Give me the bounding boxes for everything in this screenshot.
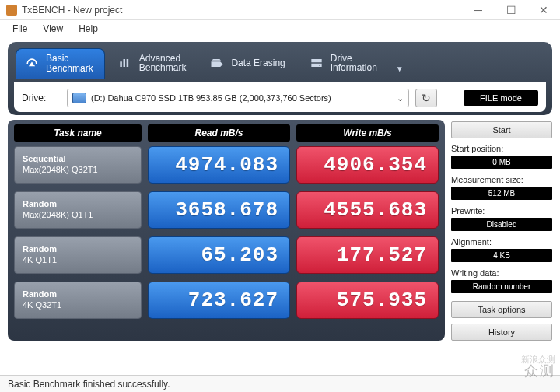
menu-file[interactable]: File [5,21,35,37]
menu-help[interactable]: Help [71,21,106,37]
result-row: Random4K Q1T1 65.203 177.527 [14,236,439,274]
start-position-value[interactable]: 0 MB [451,156,552,169]
tab-label: Basic [46,54,93,64]
chevron-down-icon: ⌄ [397,93,404,103]
tab-label: Benchmark [139,63,187,73]
measurement-size-label: Measurement size: [451,175,552,184]
close-button[interactable]: ✕ [527,0,560,20]
col-task-name: Task name [14,124,142,142]
writing-data-value[interactable]: Random number [451,280,552,293]
read-value: 723.627 [148,282,290,319]
read-value: 65.203 [148,236,290,274]
measurement-size-value[interactable]: 512 MB [451,187,552,200]
app-icon [6,5,17,16]
tab-drive-information[interactable]: DriveInformation [301,48,388,79]
erase-icon [209,55,225,71]
write-value: 4555.683 [296,191,439,229]
drive-label: Drive: [22,93,61,103]
task-name-cell[interactable]: RandomMax(2048K) Q1T1 [14,191,142,229]
task-options-button[interactable]: Task options [451,301,552,318]
window-title: TxBENCH - New project [22,5,122,16]
start-button[interactable]: Start [451,121,552,138]
prewrite-label: Prewrite: [451,206,552,215]
col-write: Write mB/s [296,124,439,142]
drive-row: Drive: (D:) Dahua C970 SSD 1TB 953.85 GB… [14,82,546,112]
writing-data-label: Writing data: [451,268,552,278]
status-text: Basic Benchmark finished successfully. [8,379,170,390]
results-panel: Task name Read mB/s Write mB/s Sequentia… [8,120,445,341]
drive-value: (D:) Dahua C970 SSD 1TB 953.85 GB (2,000… [91,93,392,103]
refresh-button[interactable]: ↻ [415,89,437,107]
alignment-label: Alignment: [451,237,552,247]
disk-icon [72,93,86,103]
task-name-cell[interactable]: Random4K Q1T1 [14,236,142,274]
task-name-cell[interactable]: SequentialMax(2048K) Q32T1 [14,146,142,184]
tab-basic-benchmark[interactable]: BasicBenchmark [16,48,105,79]
tab-data-erasing[interactable]: Data Erasing [201,48,296,79]
drive-select[interactable]: (D:) Dahua C970 SSD 1TB 953.85 GB (2,000… [67,89,409,107]
write-value: 575.935 [296,282,439,319]
menu-bar: File View Help [0,20,560,37]
tab-label: Benchmark [46,64,93,74]
sidebar: Start Start position: 0 MB Measurement s… [451,120,552,341]
title-bar: TxBENCH - New project ─ ☐ ✕ [0,0,560,20]
bars-icon [117,55,133,71]
minimize-button[interactable]: ─ [462,0,495,20]
read-value: 3658.678 [148,191,290,229]
alignment-value[interactable]: 4 KB [451,249,552,262]
result-row: RandomMax(2048K) Q1T1 3658.678 4555.683 [14,191,439,229]
file-mode-button[interactable]: FILE mode [464,90,538,106]
tab-label: Information [331,63,377,73]
history-button[interactable]: History [451,324,552,341]
read-value: 4974.083 [148,146,290,184]
result-row: SequentialMax(2048K) Q32T1 4974.083 4906… [14,146,439,184]
start-position-label: Start position: [451,144,552,153]
tab-overflow-button[interactable]: ▼ [393,47,407,78]
tab-label: Data Erasing [231,58,285,68]
prewrite-value[interactable]: Disabled [451,218,552,231]
result-row: Random4K Q32T1 723.627 575.935 [14,282,439,319]
col-read: Read mB/s [148,124,290,142]
gauge-icon [24,56,40,72]
write-value: 177.527 [296,236,439,274]
menu-view[interactable]: View [35,21,71,37]
write-value: 4906.354 [296,146,439,184]
drive-icon [309,55,324,71]
task-name-cell[interactable]: Random4K Q32T1 [14,282,142,319]
status-bar: Basic Benchmark finished successfully. [0,375,560,392]
tab-panel: BasicBenchmark AdvancedBenchmark Data Er… [8,42,552,115]
maximize-button[interactable]: ☐ [495,0,527,20]
tab-advanced-benchmark[interactable]: AdvancedBenchmark [110,48,198,79]
